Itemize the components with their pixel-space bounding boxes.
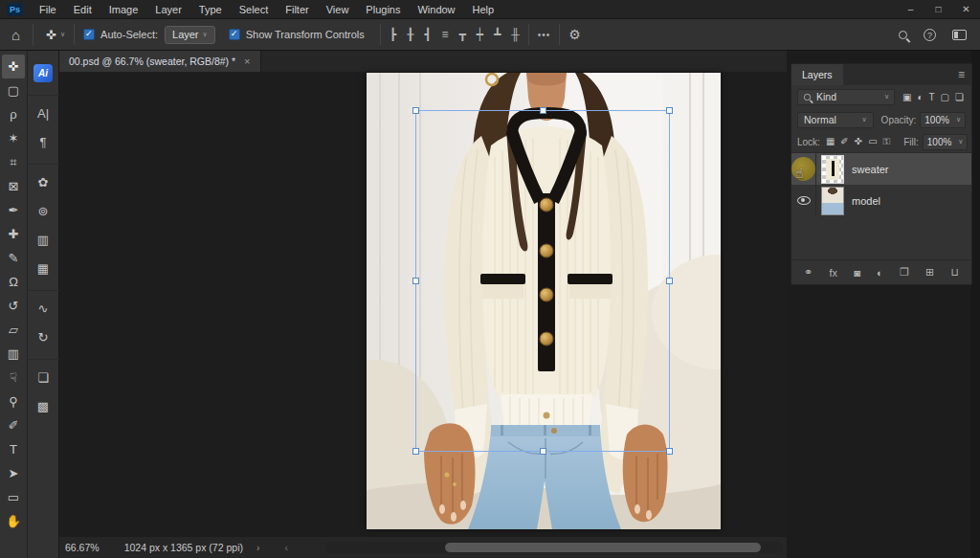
menu-item[interactable]: File (31, 0, 65, 19)
frame-tool[interactable]: ⊠ (2, 174, 25, 198)
menu-item[interactable]: Help (464, 0, 503, 19)
crop-tool[interactable]: ⌗ (2, 150, 25, 174)
distribute-h-icon[interactable]: ≡ (441, 28, 448, 41)
transform-handle[interactable] (666, 278, 673, 284)
align-center-v-icon[interactable]: ┿ (477, 28, 483, 41)
status-chevron-icon[interactable]: › (256, 542, 260, 553)
auto-select-target-dropdown[interactable]: Layer ∨ (165, 26, 215, 44)
document-tab[interactable]: 00.psd @ 66.7% (sweater, RGB/8#) * × (59, 51, 261, 72)
hand-tool[interactable]: ✋ (2, 509, 25, 533)
align-bottom-icon[interactable]: ┻ (494, 28, 501, 41)
visibility-toggle[interactable]: ☝ (791, 153, 816, 185)
character-panel[interactable]: A| (28, 95, 59, 127)
menu-item[interactable]: Layer (146, 0, 190, 19)
ai-panel[interactable]: Ai (28, 58, 59, 87)
minimize-button[interactable]: – (897, 0, 924, 19)
gradients-panel[interactable]: ▥ (28, 225, 59, 254)
close-tab-icon[interactable]: × (244, 56, 250, 67)
menu-item[interactable]: Window (409, 0, 463, 19)
search-icon[interactable] (899, 31, 907, 39)
type-tool[interactable]: T (2, 437, 25, 461)
swatches-panel[interactable]: ⊚ (28, 196, 59, 225)
lasso-tool[interactable]: ρ (2, 102, 25, 126)
eyedropper-tool[interactable]: ✒ (2, 198, 25, 222)
close-button[interactable]: ✕ (952, 0, 980, 19)
path-selection-tool[interactable]: ➤ (2, 461, 25, 485)
adjustments-panel[interactable]: ▩ (28, 391, 59, 420)
filter-kind-dropdown[interactable]: Kind ∨ (797, 89, 895, 105)
align-right-icon[interactable]: ┫ (424, 28, 431, 41)
horizontal-scrollbar-thumb[interactable] (445, 543, 761, 552)
filter-smart-object-icon[interactable]: ❏ (955, 92, 964, 102)
transform-handle[interactable] (666, 107, 673, 114)
transform-box[interactable] (415, 110, 670, 452)
smudge-tool[interactable]: ☟ (2, 366, 25, 390)
pen-tool[interactable]: ✐ (2, 413, 25, 437)
more-options-icon[interactable]: ••• (538, 30, 551, 40)
layer-effects-icon[interactable]: fx (829, 267, 837, 279)
transform-handle[interactable] (412, 107, 419, 114)
visibility-toggle[interactable]: ☝ (791, 185, 816, 216)
show-transform-checkbox[interactable] (229, 29, 240, 40)
magic-wand-tool[interactable]: ✶ (2, 126, 25, 150)
libraries-panel[interactable]: ❏ (28, 359, 59, 391)
move-tool[interactable]: ✜ (2, 55, 25, 78)
home-icon[interactable]: ⌂ (11, 27, 20, 43)
menu-item[interactable]: Filter (277, 0, 317, 19)
gradient-tool[interactable]: ▥ (2, 342, 25, 366)
transform-handle[interactable] (412, 278, 419, 284)
new-group-icon[interactable]: ❐ (900, 266, 909, 279)
history-brush-tool[interactable]: ↺ (2, 294, 25, 318)
align-left-icon[interactable]: ┣ (390, 28, 396, 41)
lock-transparency-icon[interactable]: ▦ (826, 136, 835, 147)
menu-item[interactable]: View (318, 0, 358, 19)
auto-select-checkbox[interactable] (83, 29, 95, 40)
gear-icon[interactable]: ⚙ (568, 27, 581, 42)
layer-name[interactable]: sweater (852, 164, 889, 175)
menu-item[interactable]: Plugins (357, 0, 409, 19)
maximize-button[interactable]: □ (924, 0, 952, 19)
distribute-v-icon[interactable]: ╫ (511, 28, 520, 41)
menu-item[interactable]: Select (231, 0, 278, 19)
workspace-icon[interactable] (952, 30, 967, 40)
menu-item[interactable]: Edit (65, 0, 100, 19)
filter-pixel-icon[interactable]: ▣ (902, 92, 911, 102)
blend-mode-dropdown[interactable]: Normal ∨ (797, 112, 874, 128)
transform-handle[interactable] (540, 448, 546, 455)
layer-row[interactable]: ☝ model (791, 185, 971, 216)
panel-menu-icon[interactable]: ≡ (958, 68, 965, 81)
layer-mask-icon[interactable]: ◙ (854, 267, 860, 279)
align-top-icon[interactable]: ┳ (459, 28, 466, 41)
filter-shape-icon[interactable]: ▢ (941, 92, 949, 102)
paragraph-panel[interactable]: ¶ (28, 127, 59, 156)
dodge-tool[interactable]: ⚲ (2, 390, 25, 413)
color-panel[interactable]: ✿ (28, 164, 59, 196)
new-layer-icon[interactable]: ⊞ (925, 266, 934, 279)
tab-layers[interactable]: Layers (791, 64, 843, 85)
scroll-left-icon[interactable]: ‹ (284, 542, 288, 553)
layer-name[interactable]: model (852, 195, 880, 207)
fill-dropdown[interactable]: 100% ∨ (923, 134, 969, 150)
layer-row[interactable]: ☝ sweater (791, 153, 971, 185)
delete-layer-icon[interactable]: ⊔ (950, 266, 959, 279)
chevron-down-icon[interactable]: ∨ (60, 31, 65, 38)
transform-handle[interactable] (666, 448, 673, 455)
rectangle-tool[interactable]: ▭ (2, 485, 25, 509)
healing-brush-tool[interactable]: ✚ (2, 222, 25, 246)
filter-type-icon[interactable]: T (929, 92, 935, 102)
history-panel[interactable]: ↻ (28, 323, 59, 351)
move-tool-icon[interactable]: ✜ (46, 28, 56, 42)
zoom-level[interactable]: 66.67% (65, 542, 100, 553)
clone-stamp-tool[interactable]: Ω (2, 270, 25, 294)
layer-thumbnail[interactable] (821, 187, 844, 215)
eraser-tool[interactable]: ▱ (2, 318, 25, 342)
opacity-dropdown[interactable]: 100% ∨ (920, 112, 966, 128)
filter-adjustment-icon[interactable]: ◐ (917, 92, 923, 102)
marquee-tool[interactable]: ▢ (2, 78, 25, 102)
help-icon[interactable]: ? (924, 29, 936, 41)
menu-item[interactable]: Image (100, 0, 147, 19)
lock-artboard-icon[interactable]: ▭ (868, 136, 877, 147)
paths-panel[interactable]: ∿ (28, 290, 59, 323)
lock-position-icon[interactable]: ✜ (855, 136, 862, 147)
lock-paint-icon[interactable]: ✐ (840, 136, 848, 147)
